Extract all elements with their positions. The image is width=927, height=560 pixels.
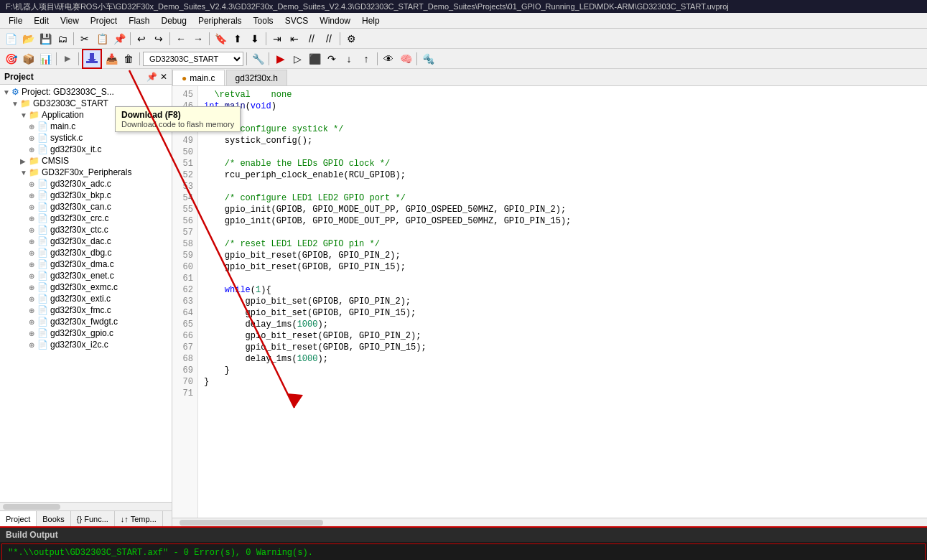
misc-button[interactable]: ⚙ <box>343 31 359 47</box>
undo-button[interactable]: ↩ <box>134 31 149 47</box>
tab-templates[interactable]: ↓↑ Temp... <box>115 511 163 527</box>
stop-button[interactable]: ⬛ <box>307 51 322 67</box>
target-options-button[interactable]: 🎯 <box>3 51 19 67</box>
menu-project[interactable]: Project <box>85 14 123 27</box>
event-recorder-button[interactable]: 📊 <box>37 51 53 67</box>
menu-window[interactable]: Window <box>314 14 356 27</box>
redo-button[interactable]: ↪ <box>151 31 167 47</box>
debug-start-button[interactable]: ▶ <box>272 51 288 67</box>
indent-button[interactable]: ⇥ <box>269 31 285 47</box>
expand-icon-group: ▼ <box>11 100 19 108</box>
step-into-button[interactable]: ↓ <box>341 51 357 67</box>
tree-periph-bkp[interactable]: ⊕📄gd32f30x_bkp.c <box>0 190 172 201</box>
prev-bookmark-button[interactable]: ⬆ <box>230 31 246 47</box>
cut-button[interactable]: ✂ <box>77 31 93 47</box>
editor-area: ● main.c gd32f30x.h 45464748495051525354… <box>172 69 927 526</box>
paste-button[interactable]: 📌 <box>111 31 127 47</box>
menu-peripherals[interactable]: Peripherals <box>192 14 248 27</box>
toolbar-row-1: 📄 📂 💾 🗂 ✂ 📋 📌 ↩ ↪ ← → 🔖 ⬆ ⬇ ⇥ ⇤ // // ⚙ <box>0 29 927 49</box>
download-file-button[interactable]: 📥 <box>103 51 119 67</box>
watch-button[interactable]: 👁 <box>381 51 396 67</box>
uncomment-button[interactable]: // <box>321 31 337 47</box>
erase-button[interactable]: 🗑 <box>121 51 136 67</box>
tree-cmsis-folder[interactable]: ▶ 📁 CMSIS <box>0 155 172 167</box>
code-text[interactable]: \retval none int main(void) { /* configu… <box>198 86 927 518</box>
unindent-button[interactable]: ⇤ <box>287 31 302 47</box>
menu-edit[interactable]: Edit <box>28 14 55 27</box>
save-button[interactable]: 💾 <box>37 31 53 47</box>
memory-button[interactable]: 🧠 <box>398 51 414 67</box>
tree-periph-dac[interactable]: ⊕📄gd32f30x_dac.c <box>0 235 172 247</box>
build-header: Build Output <box>0 528 927 542</box>
menu-bar: File Edit View Project Flash Debug Perip… <box>0 13 927 29</box>
tab-project[interactable]: Project <box>0 511 37 527</box>
tab-books[interactable]: Books <box>37 511 71 527</box>
tree-periph-dbg[interactable]: ⊕📄gd32f30x_dbg.c <box>0 247 172 258</box>
target-select[interactable]: GD32303C_START <box>143 52 243 66</box>
setup-button[interactable]: 🔩 <box>420 51 436 67</box>
menu-debug[interactable]: Debug <box>156 14 192 27</box>
tree-file-systick[interactable]: ⊕ 📄 systick.c <box>0 132 172 144</box>
tree-periph-i2c[interactable]: ⊕📄gd32f30x_i2c.c <box>0 339 172 350</box>
sep3 <box>169 32 170 45</box>
step-over-button[interactable]: ↷ <box>324 51 340 67</box>
bookmark-button[interactable]: 🔖 <box>213 31 228 47</box>
sep4 <box>209 32 210 45</box>
save-all-button[interactable]: 🗂 <box>55 31 70 47</box>
tree-hscroll[interactable] <box>0 502 172 510</box>
menu-help[interactable]: Help <box>356 14 386 27</box>
next-bookmark-button[interactable]: ⬇ <box>247 31 263 47</box>
tree-root-project[interactable]: ▼ ⚙ Project: GD32303C_S... <box>0 86 172 98</box>
editor-tab-gd32[interactable]: gd32f30x.h <box>226 70 287 85</box>
tree-periph-fwdgt[interactable]: ⊕📄gd32f30x_fwdgt.c <box>0 316 172 327</box>
editor-tab-main[interactable]: ● main.c <box>172 70 225 85</box>
panel-pin-icon[interactable]: 📌 <box>146 72 157 82</box>
menu-file[interactable]: File <box>3 14 28 27</box>
run-button[interactable]: ▷ <box>289 51 305 67</box>
menu-view[interactable]: View <box>55 14 85 27</box>
editor-tab-main-label: main.c <box>190 73 215 83</box>
comment-button[interactable]: // <box>304 31 320 47</box>
expand-icon: ▼ <box>3 88 10 96</box>
build-output-text: "*.\\output\GD32303C_START.axf" - 0 Erro… <box>1 543 926 560</box>
tree-periph-ctc[interactable]: ⊕📄gd32f30x_ctc.c <box>0 224 172 235</box>
file-label: systick.c <box>50 133 83 143</box>
main-layout: Project 📌 ✕ ▼ ⚙ Project: GD32303C_S... ▼… <box>0 69 927 526</box>
tab-functions[interactable]: {} Func... <box>71 511 115 527</box>
editor-hscroll[interactable] <box>172 518 927 526</box>
build-button[interactable]: ▶ <box>60 51 75 67</box>
step-out-button[interactable]: ↑ <box>358 51 374 67</box>
tree-periph-fmc[interactable]: ⊕📄gd32f30x_fmc.c <box>0 304 172 316</box>
tree-periph-exti[interactable]: ⊕📄gd32f30x_exti.c <box>0 293 172 304</box>
manage-components-button[interactable]: 📦 <box>20 51 36 67</box>
menu-svcs[interactable]: SVCS <box>279 14 315 27</box>
nav-back-button[interactable]: ← <box>173 31 189 47</box>
editor-tab-bar: ● main.c gd32f30x.h <box>172 69 927 86</box>
tree-periph-gpio[interactable]: ⊕📄gd32f30x_gpio.c <box>0 327 172 339</box>
sep5 <box>266 32 266 45</box>
panel-close-icon[interactable]: ✕ <box>160 72 167 82</box>
tree-periph-can[interactable]: ⊕📄gd32f30x_can.c <box>0 201 172 213</box>
nav-fwd-button[interactable]: → <box>190 31 206 47</box>
tree-periph-dma[interactable]: ⊕📄gd32f30x_dma.c <box>0 258 172 270</box>
menu-tools[interactable]: Tools <box>248 14 279 27</box>
tooltip: Download (F8) Download code to flash mem… <box>115 106 241 132</box>
sep11 <box>269 52 269 65</box>
tree-peripherals-folder[interactable]: ▼ 📁 GD32F30x_Peripherals <box>0 167 172 178</box>
code-content-area[interactable]: 4546474849505152535455565758596061626364… <box>172 86 927 518</box>
tree-periph-crc[interactable]: ⊕📄gd32f30x_crc.c <box>0 213 172 224</box>
toolbar-row-2: 🎯 📦 📊 ▶ 📥 🗑 GD32303C_START 🔧 ▶ ▷ ⬛ ↷ ↓ ↑… <box>0 49 927 69</box>
line-numbers: 4546474849505152535455565758596061626364… <box>172 86 198 518</box>
copy-button[interactable]: 📋 <box>94 31 110 47</box>
open-button[interactable]: 📂 <box>20 31 36 47</box>
new-file-button[interactable]: 📄 <box>3 31 19 47</box>
tree-periph-adc[interactable]: ⊕📄gd32f30x_adc.c <box>0 178 172 190</box>
wizard-button[interactable]: 🔧 <box>250 51 266 67</box>
tree-file-it[interactable]: ⊕ 📄 gd32f30x_it.c <box>0 144 172 155</box>
tree-periph-enet[interactable]: ⊕📄gd32f30x_enet.c <box>0 270 172 281</box>
sep8 <box>78 52 79 65</box>
menu-flash[interactable]: Flash <box>123 14 155 27</box>
build-header-title: Build Output <box>6 530 58 540</box>
download-button[interactable] <box>82 49 102 69</box>
tree-periph-exmc[interactable]: ⊕📄gd32f30x_exmc.c <box>0 281 172 293</box>
